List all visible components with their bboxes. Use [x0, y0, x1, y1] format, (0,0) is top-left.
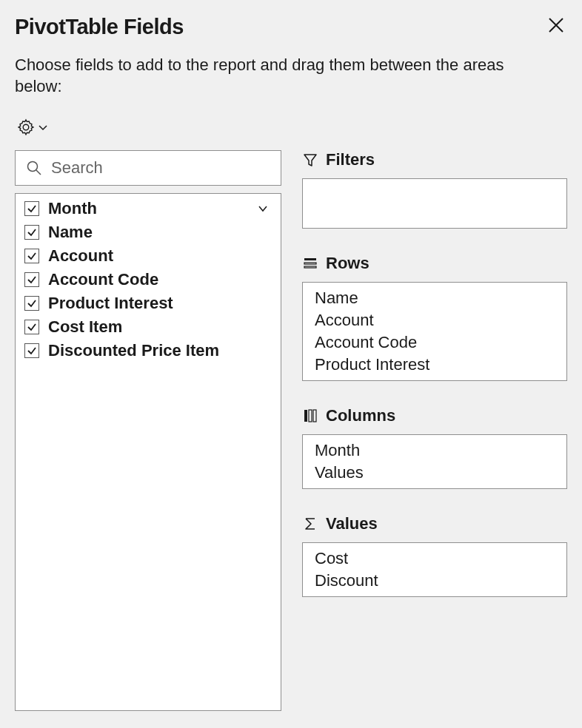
- field-checkbox[interactable]: [24, 272, 39, 287]
- svg-rect-1: [304, 258, 316, 260]
- filters-dropzone[interactable]: [302, 178, 567, 229]
- check-icon: [27, 322, 37, 332]
- sigma-icon: [302, 516, 318, 532]
- svg-point-0: [28, 162, 38, 172]
- field-item[interactable]: Name: [24, 220, 272, 244]
- check-icon: [27, 251, 37, 261]
- field-checkbox[interactable]: [24, 320, 39, 334]
- panel-title: PivotTable Fields: [15, 15, 184, 39]
- field-label: Discounted Price Item: [48, 341, 245, 360]
- field-label: Account: [48, 246, 245, 266]
- search-input[interactable]: [51, 158, 270, 178]
- svg-rect-5: [309, 410, 312, 422]
- columns-dropzone[interactable]: MonthValues: [302, 434, 567, 489]
- filters-section: Filters: [302, 150, 567, 229]
- field-label: Name: [48, 223, 245, 242]
- field-label: Month: [48, 199, 245, 218]
- field-label: Account Code: [48, 270, 245, 289]
- filters-label: Filters: [326, 150, 375, 169]
- chevron-down-icon: [256, 202, 270, 215]
- zone-item[interactable]: Account: [315, 309, 555, 331]
- main-layout: MonthNameAccountAccount CodeProduct Inte…: [15, 150, 567, 711]
- panel-header: PivotTable Fields: [15, 7, 567, 55]
- rows-section: Rows NameAccountAccount CodeProduct Inte…: [302, 254, 567, 381]
- field-item[interactable]: Month: [24, 197, 272, 220]
- check-icon: [27, 298, 37, 309]
- field-item[interactable]: Account Code: [24, 268, 272, 291]
- field-item[interactable]: Cost Item: [24, 315, 272, 339]
- search-icon: [26, 160, 42, 176]
- check-icon: [27, 227, 37, 237]
- svg-rect-2: [304, 263, 316, 264]
- filters-header: Filters: [302, 150, 567, 169]
- zone-item[interactable]: Account Code: [315, 331, 555, 354]
- rows-icon: [302, 255, 318, 272]
- search-box[interactable]: [15, 150, 281, 186]
- values-header: Values: [302, 514, 567, 533]
- svg-rect-6: [313, 410, 316, 422]
- check-icon: [27, 203, 37, 214]
- zone-item[interactable]: Discount: [315, 570, 555, 592]
- field-list[interactable]: MonthNameAccountAccount CodeProduct Inte…: [15, 193, 281, 711]
- pivottable-fields-panel: PivotTable Fields Choose fields to add t…: [0, 0, 582, 726]
- zone-item[interactable]: Month: [315, 439, 555, 462]
- values-label: Values: [326, 514, 378, 533]
- columns-header: Columns: [302, 406, 567, 425]
- field-item[interactable]: Product Interest: [24, 291, 272, 315]
- chevron-down-icon: [37, 121, 49, 133]
- field-checkbox[interactable]: [24, 296, 39, 311]
- check-icon: [27, 274, 37, 285]
- field-item[interactable]: Discounted Price Item: [24, 339, 272, 363]
- settings-button[interactable]: [15, 118, 567, 137]
- field-label: Cost Item: [48, 317, 245, 337]
- values-dropzone[interactable]: CostDiscount: [302, 542, 567, 597]
- instruction-text: Choose fields to add to the report and d…: [15, 55, 567, 97]
- columns-label: Columns: [326, 406, 395, 425]
- zone-item[interactable]: Name: [315, 287, 555, 309]
- field-label: Product Interest: [48, 294, 245, 313]
- close-button[interactable]: [545, 13, 567, 40]
- left-column: MonthNameAccountAccount CodeProduct Inte…: [15, 150, 281, 711]
- zone-item[interactable]: Product Interest: [315, 354, 555, 376]
- columns-section: Columns MonthValues: [302, 406, 567, 489]
- values-section: Values CostDiscount: [302, 514, 567, 597]
- svg-rect-4: [304, 410, 307, 422]
- rows-header: Rows: [302, 254, 567, 273]
- field-checkbox[interactable]: [24, 343, 39, 358]
- zone-item[interactable]: Values: [315, 462, 555, 484]
- field-checkbox[interactable]: [24, 225, 39, 240]
- field-checkbox[interactable]: [24, 201, 39, 216]
- columns-icon: [302, 408, 318, 424]
- rows-dropzone[interactable]: NameAccountAccount CodeProduct Interest: [302, 282, 567, 381]
- close-icon: [548, 17, 564, 33]
- rows-label: Rows: [326, 254, 369, 273]
- field-item[interactable]: Account: [24, 244, 272, 268]
- gear-icon: [16, 118, 36, 137]
- right-column: Filters Rows NameAccountAccount CodeProd…: [302, 150, 567, 711]
- field-checkbox[interactable]: [24, 249, 39, 263]
- field-menu-button[interactable]: [254, 202, 272, 215]
- check-icon: [27, 346, 37, 356]
- filter-icon: [302, 152, 318, 168]
- svg-rect-3: [304, 266, 316, 268]
- zone-item[interactable]: Cost: [315, 547, 555, 570]
